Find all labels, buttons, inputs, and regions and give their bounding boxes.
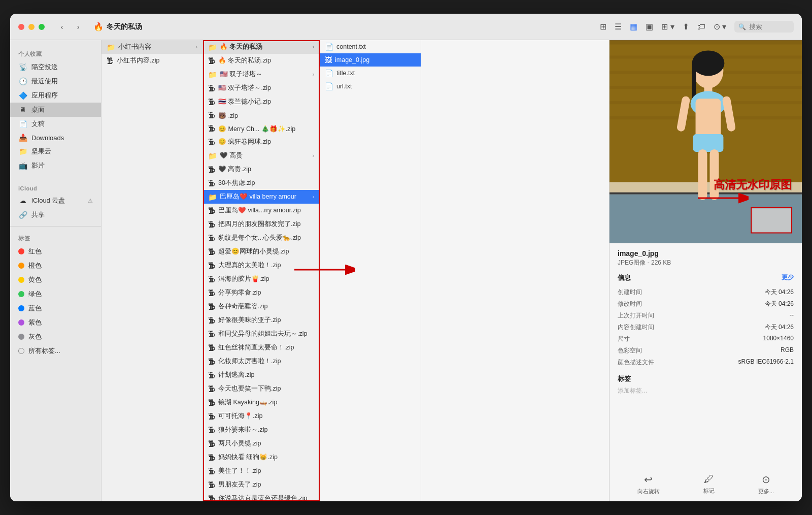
file-url-txt[interactable]: 📄 url.txt xyxy=(320,80,421,93)
tags-section: 标签 添加标签... xyxy=(618,374,794,395)
shared-icon: 🔗 xyxy=(18,211,27,219)
file-merry[interactable]: 🗜 😊 Merry Ch... 🎄🎁✨.zip xyxy=(203,122,319,135)
sidebar-label-desktop: 桌面 xyxy=(31,105,45,114)
file-content-txt[interactable]: 📄 content.txt xyxy=(320,40,421,53)
file-haoxiang[interactable]: 🗜 好像很美味的亚子.zip xyxy=(203,313,319,327)
all-tags-icon xyxy=(18,348,24,354)
file-zip1[interactable]: 🗜 🐻 .zip xyxy=(203,109,319,122)
file-zanghai[interactable]: 🗜 洱海的胶片🍟.zip xyxy=(203,272,319,286)
mark-button[interactable]: 🖊 标记 xyxy=(703,473,715,495)
folder-dongtian[interactable]: 📁 🔥 冬天的私汤 › xyxy=(203,40,319,54)
file-langwai[interactable]: 🗜 狼外婆来啦～.zip xyxy=(203,423,319,437)
jianguoyun-icon: 📁 xyxy=(18,147,27,155)
folder-shuangtata[interactable]: 📁 🇺🇸 双子塔塔～ › xyxy=(203,68,319,81)
sidebar-label-red: 红色 xyxy=(28,247,42,256)
info-row-colorspace: 色彩空间 RGB xyxy=(618,345,794,357)
tags-placeholder[interactable]: 添加标签... xyxy=(618,387,794,395)
divider-1 xyxy=(10,177,101,177)
preview-filetype: JPEG图像 - 226 KB xyxy=(618,259,794,267)
column-view-button[interactable]: ▦ xyxy=(630,22,637,31)
filename-30: 30不焦虑.zip xyxy=(218,179,314,187)
gallery-view-button[interactable]: ▣ xyxy=(646,22,653,31)
share-button[interactable]: ⬆ xyxy=(683,22,689,31)
sidebar-item-yellow[interactable]: 黄色 xyxy=(10,273,101,287)
folder-bali[interactable]: 📁 巴厘岛❤️ villa berry amour › xyxy=(203,190,319,204)
zip-icon-1: 🗜 xyxy=(107,57,114,65)
file-nanpeng[interactable]: 🗜 男朋友丢了.zip xyxy=(203,478,319,492)
file-meizhu[interactable]: 🗜 美住了！！.zip xyxy=(203,464,319,478)
apps-icon: 🔷 xyxy=(18,91,27,100)
sidebar-item-desktop[interactable]: 🖥 桌面 xyxy=(10,103,101,117)
sidebar-item-airdrop[interactable]: 📡 隔空投送 xyxy=(10,60,101,74)
arrange-button[interactable]: ⊞ ▾ xyxy=(661,22,674,31)
folder-gaogui[interactable]: 📁 🖤 高贵 › xyxy=(203,149,319,163)
sidebar-item-movies[interactable]: 📺 影片 xyxy=(10,158,101,173)
fullscreen-button[interactable] xyxy=(39,24,45,30)
forward-button[interactable]: › xyxy=(71,21,85,33)
file-bali-zip[interactable]: 🗜 巴厘岛❤️ villa...rry amour.zip xyxy=(203,204,319,217)
file-nishuo[interactable]: 🗜 你说马达京是蓝色还是绿色.zip xyxy=(203,492,319,501)
file-keke[interactable]: 🗜 可可托海📍.zip xyxy=(203,409,319,423)
file-jintian[interactable]: 🗜 今天也要笑一下鸭.zip xyxy=(203,382,319,396)
icon-view-button[interactable]: ⊞ xyxy=(600,22,606,31)
file-shuangtata-zip[interactable]: 🗜 🇺🇸 双子塔塔～.zip xyxy=(203,81,319,95)
sidebar-item-red[interactable]: 红色 xyxy=(10,244,101,259)
sidebar-item-all-tags[interactable]: 所有标签... xyxy=(10,344,101,358)
file-hongse[interactable]: 🗜 红色丝袜简直太要命！.zip xyxy=(203,341,319,355)
info-more-button[interactable]: 更少 xyxy=(782,273,794,282)
sidebar-item-blue[interactable]: 蓝色 xyxy=(10,301,101,315)
sidebar-item-documents[interactable]: 📄 文稿 xyxy=(10,117,101,131)
search-input[interactable] xyxy=(749,23,790,30)
more-actions-button[interactable]: ⊙ 更多... xyxy=(758,473,774,495)
close-button[interactable] xyxy=(18,24,24,30)
file-title-txt[interactable]: 📄 title.txt xyxy=(320,67,421,80)
sidebar-item-purple[interactable]: 紫色 xyxy=(10,315,101,330)
file-chaoai[interactable]: 🗜 超爱😊网球的小灵缇.zip xyxy=(203,245,319,259)
file-baowenwen[interactable]: 🗜 豹纹是每个女...心头爱🐆.zip xyxy=(203,231,319,245)
file-fengkuang[interactable]: 🗜 😊 疯狂卷网球.zip xyxy=(203,135,319,149)
sidebar-item-green[interactable]: 绿色 xyxy=(10,287,101,301)
folder-xiaohongshu[interactable]: 📁 小红书内容 › xyxy=(101,40,202,54)
sidebar-label-icloud: iCloud 云盘 xyxy=(31,196,65,205)
file-pengyouquan[interactable]: 🗜 把四月的朋友圈都发完了.zip xyxy=(203,217,319,231)
file-hetong[interactable]: 🗜 和同父异母的姐姐出去玩～.zip xyxy=(203,327,319,341)
file-mama[interactable]: 🗜 妈妈快看 细狗😸.zip xyxy=(203,450,319,464)
minimize-button[interactable] xyxy=(28,24,35,30)
preview-image-svg xyxy=(610,40,802,243)
file-image0-jpg[interactable]: 🖼 image_0.jpg xyxy=(320,53,421,67)
tag-button[interactable]: 🏷 xyxy=(697,22,705,31)
back-button[interactable]: ‹ xyxy=(55,21,69,33)
sidebar-item-recents[interactable]: 🕐 最近使用 xyxy=(10,74,101,88)
sidebar-label-documents: 文稿 xyxy=(31,119,45,128)
file-xiaohongshu-zip[interactable]: 🗜 小红书内容.zip xyxy=(101,54,202,68)
file-jinghu[interactable]: 🗜 镜湖 Kayaking🛶.zip xyxy=(203,396,319,409)
airdrop-icon: 📡 xyxy=(18,63,27,71)
sidebar-item-gray[interactable]: 灰色 xyxy=(10,330,101,344)
sidebar-item-orange[interactable]: 橙色 xyxy=(10,259,101,273)
file-30-zip[interactable]: 🗜 30不焦虑.zip xyxy=(203,176,319,190)
rotate-button[interactable]: ↩ 向右旋转 xyxy=(637,473,660,495)
file-fenxiang[interactable]: 🗜 分享狗零食.zip xyxy=(203,286,319,300)
sidebar-item-shared[interactable]: 🔗 共享 xyxy=(10,208,101,222)
movies-icon: 📺 xyxy=(18,162,27,170)
sidebar-item-downloads[interactable]: 📥 Downloads xyxy=(10,131,101,144)
file-gaogui-zip[interactable]: 🗜 🖤 高贵.zip xyxy=(203,163,319,176)
file-dongtian-zip[interactable]: 🗜 🔥 冬天的私汤.zip xyxy=(203,54,319,68)
filename-zip1: 🐻 .zip xyxy=(218,112,314,119)
folder-icon-1: 📁 xyxy=(107,43,115,51)
list-view-button[interactable]: ☰ xyxy=(615,22,622,31)
file-liangzhi[interactable]: 🗜 两只小灵缇.zip xyxy=(203,437,319,450)
sidebar-item-jianguoyun[interactable]: 📁 坚果云 xyxy=(10,144,101,158)
blue-tag-dot xyxy=(18,305,24,311)
info-row-content-created: 内容创建时间 今天 04:26 xyxy=(618,321,794,333)
more-button[interactable]: ⊙ ▾ xyxy=(714,22,726,31)
file-jihua[interactable]: 🗜 计划逃离.zip xyxy=(203,368,319,382)
svg-rect-19 xyxy=(693,134,724,152)
sidebar-item-apps[interactable]: 🔷 应用程序 xyxy=(10,88,101,103)
file-tailan[interactable]: 🗜 🇹🇭 泰兰德小记.zip xyxy=(203,95,319,109)
file-dali[interactable]: 🗜 大理真的太美啦！.zip xyxy=(203,259,319,272)
sidebar-label-gray: 灰色 xyxy=(28,332,42,341)
file-huazhuang[interactable]: 🗜 化妆师太厉害啦！.zip xyxy=(203,355,319,368)
sidebar-item-icloud[interactable]: ☁ iCloud 云盘 ⚠ xyxy=(10,194,101,208)
file-geshuo[interactable]: 🗜 各种奇葩睡姿.zip xyxy=(203,300,319,313)
